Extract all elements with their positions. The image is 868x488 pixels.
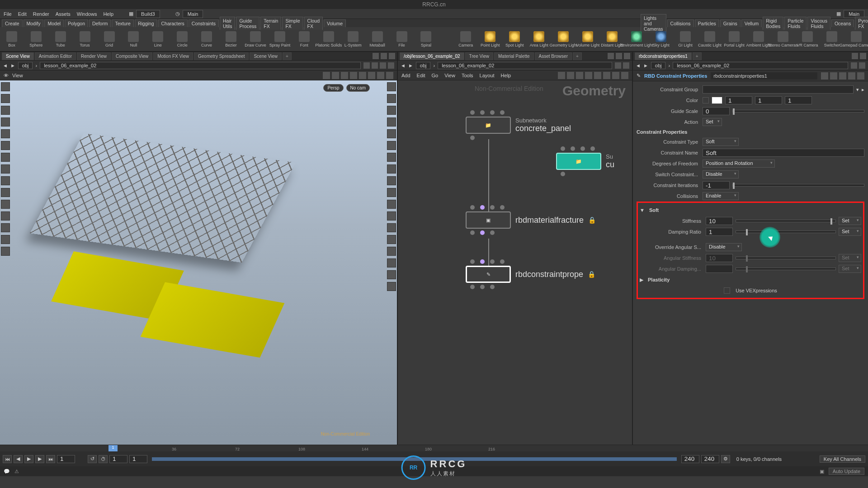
shelf-tab[interactable]: Rigging <box>135 19 157 27</box>
vp-rtool-icon[interactable] <box>387 106 396 115</box>
path-icon[interactable] <box>380 62 386 69</box>
vp-rtool-icon[interactable] <box>387 94 396 103</box>
shelf-tab[interactable]: Simple FX <box>282 17 303 30</box>
vp-ltool-icon[interactable] <box>1 106 10 115</box>
checkbox-vexpressions[interactable] <box>724 287 730 294</box>
desktop-selector[interactable]: ▦ Build3 <box>129 10 160 18</box>
input-cname[interactable] <box>703 149 864 157</box>
tab-motionfx[interactable]: Motion FX View <box>153 52 193 60</box>
node-rbdmaterialfracture[interactable]: ▣ rbdmaterialfracture 🔒 <box>466 211 596 229</box>
pane-icon[interactable] <box>381 53 387 59</box>
shelf-tab[interactable]: Particles <box>695 19 719 27</box>
select-ovang[interactable]: Disable <box>706 243 742 251</box>
tool-drawcurve[interactable]: Draw Curve <box>246 31 264 47</box>
path-level[interactable]: obj <box>651 62 666 69</box>
help-icon[interactable] <box>857 72 864 80</box>
net-help[interactable]: Help <box>501 73 511 78</box>
goto-last-button[interactable]: ⏭ <box>46 455 55 463</box>
chat-icon[interactable]: 💬 <box>4 469 10 474</box>
shelf-tab[interactable]: Characters <box>158 19 188 27</box>
path-icon[interactable] <box>388 62 394 69</box>
shelf-tab[interactable]: Hair Utils <box>220 17 235 30</box>
select-action[interactable]: Set <box>703 118 722 126</box>
shelf-tab[interactable]: Volume <box>324 19 346 27</box>
net-tools[interactable]: Tools <box>462 73 473 78</box>
play-fwd-button[interactable]: ▶ <box>35 455 44 463</box>
vp-ltool-icon[interactable] <box>1 117 10 127</box>
shelf-tab[interactable]: Guide Process <box>236 17 259 30</box>
vp-tool-icon[interactable] <box>368 72 375 79</box>
input-damping[interactable] <box>706 228 733 236</box>
pane-icon[interactable] <box>373 53 379 59</box>
color-r[interactable] <box>725 96 752 104</box>
nav-fwd-icon[interactable]: ► <box>10 63 15 68</box>
net-add[interactable]: Add <box>401 73 410 78</box>
vp-ltool-icon[interactable] <box>1 164 10 174</box>
timeline-ruler[interactable]: 1 36 72 108 144 180 216 1 <box>0 445 868 451</box>
shelf-tab[interactable]: Polygon <box>65 19 88 27</box>
vp-rtool-icon[interactable] <box>387 82 396 91</box>
shelf-tab[interactable]: Grains <box>720 19 741 27</box>
tool-portallight[interactable]: Portal Light <box>725 31 743 47</box>
range-end-input[interactable] <box>681 455 699 463</box>
vp-tool-icon[interactable] <box>359 72 366 79</box>
color-checkbox[interactable] <box>703 97 709 103</box>
slider-iter[interactable] <box>732 184 864 187</box>
pane-icon[interactable] <box>860 53 866 59</box>
path-icon[interactable] <box>372 62 378 69</box>
tab-compview[interactable]: Composite View <box>112 52 152 60</box>
vp-ltool-icon[interactable] <box>1 211 10 221</box>
vp-tool-icon[interactable] <box>377 72 384 79</box>
path-level[interactable]: obj <box>416 62 431 69</box>
keyall-button[interactable]: Key All Channels <box>820 455 865 463</box>
shelf-tab[interactable]: Constraints <box>189 19 219 27</box>
input-constraint-group[interactable] <box>703 85 854 94</box>
vp-rtool-icon[interactable] <box>387 211 396 221</box>
vp-tool-icon[interactable] <box>341 72 348 79</box>
range-start2-input[interactable] <box>129 455 147 463</box>
shelf-tab[interactable]: Pyro FX <box>855 17 868 30</box>
tool-switcher[interactable]: Switcher <box>823 31 841 47</box>
tool-grid[interactable]: Grid <box>100 31 118 47</box>
tab-assetbrowser[interactable]: Asset Browser <box>535 52 572 60</box>
shelf-tab[interactable]: Particle Fluids <box>784 17 807 30</box>
net-layout[interactable]: Layout <box>480 73 495 78</box>
tool-distlight[interactable]: Distant Light <box>603 31 621 47</box>
path-icon[interactable] <box>859 62 865 69</box>
node-name-field[interactable]: rbdconstraintproperties1 <box>711 72 817 80</box>
nav-fwd-icon[interactable]: ► <box>643 63 648 68</box>
path-node[interactable]: lesson_06_example_02 <box>40 62 361 69</box>
shelf-tab[interactable]: Deform <box>89 19 111 27</box>
pane-icon[interactable] <box>616 53 622 59</box>
vp-ltool-icon[interactable] <box>1 235 10 244</box>
tool-tube[interactable]: Tube <box>52 31 70 47</box>
tool-file[interactable]: File <box>393 31 411 47</box>
slider-stiffness[interactable] <box>736 220 836 222</box>
tab-animeditor[interactable]: Animation Editor <box>35 52 76 60</box>
eye-icon[interactable]: 👁 <box>4 73 9 78</box>
tool-arealight[interactable]: Area Light <box>530 31 548 47</box>
input-guidescale[interactable] <box>703 107 730 115</box>
tool-geolight[interactable]: Geometry Light <box>554 31 572 47</box>
nav-fwd-icon[interactable]: ► <box>408 63 413 68</box>
play-back-button[interactable]: ▶ <box>24 455 33 463</box>
tool-box[interactable]: Box <box>3 31 21 47</box>
net-go[interactable]: Go <box>432 73 439 78</box>
tool-spraypaint[interactable]: Spray Paint <box>271 31 289 47</box>
nav-back-icon[interactable]: ◄ <box>401 63 406 68</box>
vp-ltool-icon[interactable] <box>1 153 10 162</box>
path-node[interactable]: lesson_06_example_02 <box>438 62 612 69</box>
net-icon[interactable] <box>567 72 574 79</box>
tool-vollight[interactable]: Volume Light <box>579 31 597 47</box>
vp-rtool-icon[interactable] <box>387 270 396 279</box>
scope-button[interactable]: ⚙ <box>721 455 730 463</box>
tab-geospread[interactable]: Geometry Spreadsheet <box>194 52 249 60</box>
vp-rtool-icon[interactable] <box>387 282 396 291</box>
tool-camera[interactable]: Camera <box>457 31 475 47</box>
tool-ambientlight[interactable]: Ambient Light <box>750 31 768 47</box>
net-icon[interactable] <box>603 72 610 79</box>
radial-name[interactable]: Main <box>183 10 203 18</box>
tab-add[interactable]: + <box>693 52 702 60</box>
select-ctype[interactable]: Soft <box>703 138 739 146</box>
menu-help[interactable]: Help <box>103 11 113 17</box>
